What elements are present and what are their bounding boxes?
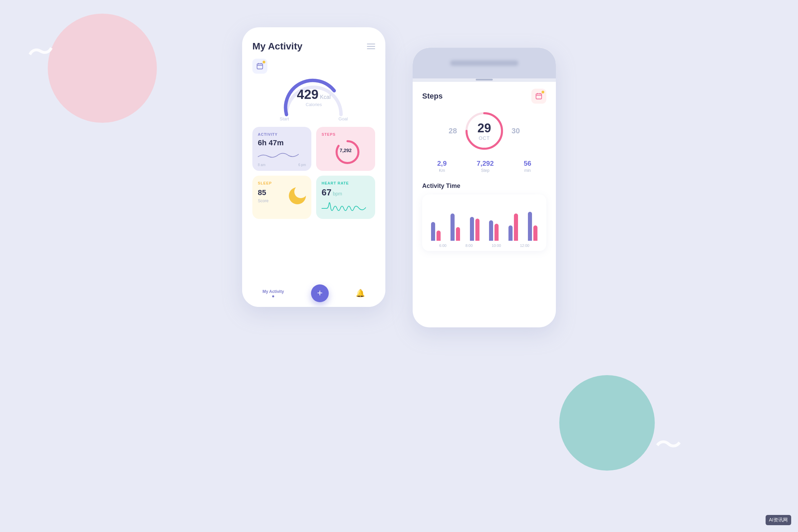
bottom-nav: My Activity + 🔔: [242, 280, 385, 307]
sleep-content: 85 Score: [258, 187, 306, 204]
heartrate-unit: bpm: [333, 191, 342, 196]
calorie-number-value: 429: [297, 87, 319, 102]
blurred-header-bar: [450, 60, 518, 66]
sleep-label: SLEEP: [258, 181, 306, 185]
stat-col-step: 7,292 Step: [477, 160, 494, 173]
phones-wrapper: My Activity: [242, 27, 556, 327]
calorie-number: 429 Kcal: [297, 87, 331, 102]
phone-handle: [476, 79, 493, 80]
bar-pink: [494, 224, 499, 241]
activity-wave: [258, 150, 306, 162]
calendar-button-right[interactable]: [531, 89, 546, 104]
bar-group: [470, 217, 479, 241]
bar-chart-container: 6:008:0010:0012:00: [422, 194, 546, 251]
phone-header: My Activity: [252, 41, 375, 52]
page-title: My Activity: [252, 41, 302, 52]
activity-label: ACTIVITY: [258, 132, 306, 136]
phone-right-content: Steps 28: [413, 82, 556, 258]
calorie-label: Calories: [297, 102, 331, 107]
activity-value: 6h 47m: [258, 138, 306, 147]
bar-blue: [450, 213, 455, 241]
calorie-arc-container: 429 Kcal Calories: [280, 77, 348, 118]
phone-right: Steps 28: [413, 48, 556, 327]
calorie-section: 429 Kcal Calories Start Goal: [252, 77, 375, 121]
activity-time-labels: 8 am 6 pm: [258, 163, 306, 167]
nav-activity-dot: [272, 295, 274, 297]
date-month: OCT: [477, 135, 491, 141]
phone-left: My Activity: [242, 27, 385, 307]
nav-plus-button[interactable]: +: [311, 284, 329, 302]
chart-x-label: 6:00: [439, 243, 446, 248]
bar-group: [489, 220, 499, 241]
bar-pink: [456, 227, 460, 241]
steps-header: Steps: [422, 89, 546, 104]
bar-pink: [533, 225, 537, 241]
date-day: 29: [477, 121, 491, 135]
sleep-card[interactable]: SLEEP 85 Score: [252, 176, 311, 219]
calorie-unit: Kcal: [320, 94, 330, 100]
heartrate-value: 67: [322, 187, 331, 198]
sleep-sub: Score: [258, 198, 268, 203]
chart-x-label: 8:00: [466, 243, 473, 248]
bar-blue: [528, 212, 532, 241]
steps-section-title: Steps: [422, 92, 443, 101]
steps-circle: 7,292: [334, 138, 358, 162]
heartrate-wave: [322, 200, 370, 215]
hamburger-line3: [367, 48, 375, 49]
sleep-value: 85: [258, 188, 268, 197]
bar-blue: [470, 217, 474, 241]
bg-squiggle-left: 〜: [24, 32, 58, 73]
stat-step-label: Step: [477, 168, 494, 173]
stat-km-label: Km: [437, 168, 447, 173]
svg-rect-6: [536, 94, 542, 99]
stat-step-value: 7,292: [477, 160, 494, 167]
svg-rect-0: [257, 64, 263, 69]
chart-x-labels: 6:008:0010:0012:00: [426, 243, 542, 248]
stat-km-value: 2,9: [437, 160, 447, 167]
hamburger-line2: [367, 46, 375, 47]
bar-blue: [431, 222, 435, 241]
bar-group: [431, 222, 441, 241]
date-center-inner: 29 OCT: [477, 121, 491, 141]
sleep-moon-icon: [289, 187, 306, 204]
bar-pink: [437, 231, 441, 241]
bar-group: [528, 212, 537, 241]
bar-group: [508, 213, 518, 241]
calendar-right-dot: [542, 91, 544, 93]
menu-icon[interactable]: [367, 44, 375, 49]
watermark: AI资讯网: [766, 515, 791, 525]
nav-activity[interactable]: My Activity: [263, 289, 284, 297]
heartrate-label: HEART RATE: [322, 181, 370, 185]
steps-label: STEPS: [322, 132, 370, 136]
heartrate-value-unit: 67 bpm: [322, 187, 370, 198]
stats-grid: ACTIVITY 6h 47m 8 am 6 pm STEPS: [252, 127, 375, 219]
activity-time-title: Activity Time: [422, 182, 546, 190]
bar-group: [450, 213, 460, 241]
stat-col-min: 56 min: [524, 160, 531, 173]
stat-min-label: min: [524, 168, 531, 173]
calendar-button[interactable]: [252, 59, 267, 74]
stats-row: 2,9 Km 7,292 Step 56 min: [422, 160, 546, 173]
chart-x-label: 10:00: [492, 243, 501, 248]
chart-x-label: 12:00: [520, 243, 530, 248]
steps-circle-wrap: 7,292: [322, 138, 370, 162]
date-current-container[interactable]: 29 OCT: [464, 110, 505, 151]
calendar-notification-dot: [263, 61, 265, 63]
nav-plus-icon: +: [317, 288, 323, 298]
heartrate-card[interactable]: HEART RATE 67 bpm: [316, 176, 375, 219]
date-prev[interactable]: 28: [449, 127, 457, 135]
bar-pink: [514, 213, 518, 241]
calorie-value-wrap: 429 Kcal Calories: [297, 87, 331, 107]
nav-bell[interactable]: 🔔: [356, 289, 365, 298]
activity-card[interactable]: ACTIVITY 6h 47m 8 am 6 pm: [252, 127, 311, 171]
bar-blue: [489, 220, 493, 241]
bg-circle-pink: [48, 14, 157, 123]
nav-activity-label: My Activity: [263, 289, 284, 294]
date-next[interactable]: 30: [512, 127, 520, 135]
stat-col-km: 2,9 Km: [437, 160, 447, 173]
steps-card[interactable]: STEPS 7,292: [316, 127, 375, 171]
date-picker-row: 28 29 OCT 30: [422, 110, 546, 151]
sleep-value-group: 85 Score: [258, 188, 268, 203]
stat-min-value: 56: [524, 160, 531, 167]
bg-circle-teal: [559, 375, 655, 471]
